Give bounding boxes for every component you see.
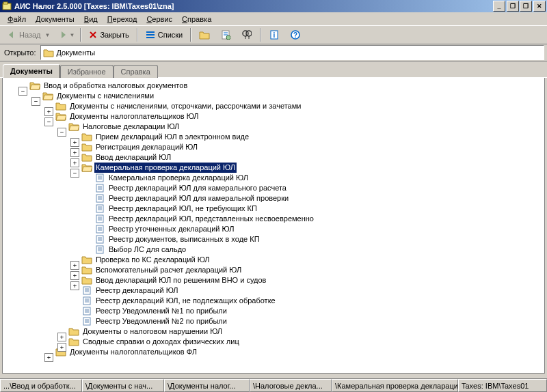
expander-icon[interactable]: + [70,281,79,290]
tree-item[interactable]: +Проверка по КС деклараций ЮЛ [4,255,543,265]
svg-rect-6 [146,37,155,38]
folder-icon [68,337,79,347]
tree-item[interactable]: −Документы налогоплательщиков ЮЛ [4,111,543,122]
expander-icon[interactable]: + [70,138,79,147]
open-folder-icon [29,81,40,91]
expander-icon[interactable]: + [70,148,79,157]
tab-help[interactable]: Справка [114,65,158,78]
lists-button[interactable]: Списки [141,27,188,43]
tree-item[interactable]: Реестр деклараций ЮЛ, представленных нес… [4,214,543,224]
forward-button[interactable]: ▼ [55,27,77,43]
tree-item[interactable]: Реестр Уведомлений №2 по прибыли [4,316,543,326]
menu-service[interactable]: Сервис [142,14,177,25]
tree-item[interactable]: Реестр Уведомлений №1 по прибыли [4,306,543,316]
tree-item[interactable]: +Ввод деклараций ЮЛ [4,152,543,163]
tree-item-label: Реестр деклараций ЮЛ для камеральной про… [107,193,290,204]
tree-item[interactable]: Реестр деклараций ЮЛ, не требующих КП [4,204,543,214]
tree-item[interactable]: Выбор ЛС для сальдо [4,244,543,255]
back-button[interactable]: Назад ▼ [2,27,55,43]
expander-icon[interactable]: − [18,87,27,96]
tree-item-label: Реестр Уведомлений №2 по прибыли [94,316,228,326]
expander-icon[interactable]: + [44,353,53,362]
tree-item[interactable]: +Документы с начислениями, отсрочками, р… [4,101,543,111]
restore-button[interactable]: ❐ [520,1,532,12]
expander-icon[interactable]: − [70,169,79,178]
tree-item[interactable]: Реестр деклараций ЮЛ, не подлежащих обра… [4,296,543,306]
tab-favorites[interactable]: Избранное [60,65,114,78]
open-folder-button[interactable] [194,27,215,43]
tree-item[interactable]: +Вспомогательный расчет деклараций ЮЛ [4,265,543,275]
tree-item[interactable]: Камеральная проверка деклараций ЮЛ [4,173,543,183]
status-cell-4[interactable]: \Налоговые декла... [250,379,332,392]
tree-item-label: Реестр деклараций ЮЛ для камерального ра… [107,183,288,193]
menu-go[interactable]: Переход [103,14,142,25]
address-field[interactable]: Документы [40,45,544,60]
status-cell-5[interactable]: \Камеральная проверка деклараций... [332,379,458,392]
tree-item-label: Сводные справки о доходах физических лиц [81,337,241,347]
document-icon [94,214,105,224]
menu-documents[interactable]: Документы [31,14,79,25]
tree-item-label: Прием деклараций ЮЛ в электронном виде [94,132,250,142]
tree-item[interactable]: Реестр деклараций ЮЛ [4,285,543,296]
tree-item[interactable]: −Документы с начислениями [4,91,543,101]
status-cell-3[interactable]: \Документы налог... [164,379,250,392]
menu-view[interactable]: Вид [79,14,103,25]
expander-icon[interactable]: + [44,107,53,116]
folder-icon [43,48,54,57]
tree-item-label: Выбор ЛС для сальдо [107,244,187,255]
svg-rect-5 [146,34,155,36]
tree-item[interactable]: Реестр деклараций ЮЛ для камерального ра… [4,183,543,193]
folder-icon [81,132,92,142]
title-bar: АИС Налог 2.5.000 [Taxes: IBM\Taxes01\zn… [0,0,547,12]
document-icon [94,173,105,183]
tree-item-label: Регистрация деклараций ЮЛ [94,142,199,152]
expander-icon[interactable]: − [31,97,40,106]
svg-text:?: ? [293,31,297,39]
tree-item[interactable]: +Ввод деклараций ЮЛ по решениям ВНО и су… [4,275,543,285]
open-folder-icon [81,163,92,173]
tree-item[interactable]: −Налоговые декларации ЮЛ [4,122,543,132]
tree-item-label: Документы налогоплательщиков ФЛ [68,347,198,357]
close-button[interactable]: ✕ [533,1,546,12]
tree-item-label: Документы о налоговом нарушении ЮЛ [81,326,224,337]
status-cell-1[interactable]: ...\Ввод и обработк... [0,379,82,392]
open-folder-icon [68,122,79,132]
tab-documents[interactable]: Документы [3,64,60,78]
tree-item[interactable]: +Регистрация деклараций ЮЛ [4,142,543,152]
close-doc-button[interactable]: Закрыть [84,27,133,43]
status-cell-2[interactable]: \Документы с нач... [82,379,164,392]
tree-item[interactable]: Реестр уточненных деклараций ЮЛ [4,224,543,234]
open-folder-icon [55,112,66,122]
tree-item[interactable]: +Прием деклараций ЮЛ в электронном виде [4,132,543,142]
window-title: АИС Налог 2.5.000 [Taxes: IBM\Taxes01\zn… [14,2,492,10]
address-label: Открыто: [3,48,38,57]
svg-text:i: i [274,31,276,39]
expander-icon[interactable]: + [70,261,79,270]
tree-pane[interactable]: −Ввод и обработка налоговых документов−Д… [2,78,545,374]
menu-help[interactable]: Справка [177,14,216,25]
expander-icon[interactable]: − [44,117,53,126]
kameralnaya-proverka[interactable]: −Камеральная проверка деклараций ЮЛ [4,163,543,173]
menu-file[interactable]: Файл [3,14,31,25]
tree-item[interactable]: +Документы о налоговом нарушении ЮЛ [4,326,543,337]
expander-icon[interactable]: + [57,333,66,341]
maximize-button[interactable]: ❐ [507,1,519,12]
tree-item[interactable]: Реестр документов, выписанных в ходе КП [4,234,543,244]
expander-icon[interactable]: + [70,158,79,167]
info-button[interactable]: i [264,27,284,43]
properties-button[interactable] [215,27,236,43]
tree-item-label: Документы с начислениями, отсрочками, ра… [68,101,302,111]
find-button[interactable] [237,27,257,43]
tree-item[interactable]: +Сводные справки о доходах физических ли… [4,337,543,347]
tree-item-label: Камеральная проверка деклараций ЮЛ [94,163,237,173]
tree-item[interactable]: +Документы налогоплательщиков ФЛ [4,347,543,357]
tree-item-label: Реестр документов, выписанных в ходе КП [107,234,261,244]
help-button[interactable]: ? [285,27,306,43]
expander-icon[interactable]: + [70,271,79,280]
expander-icon[interactable]: − [57,128,66,137]
expander-icon[interactable]: + [57,343,66,352]
tree-item[interactable]: Реестр деклараций ЮЛ для камеральной про… [4,193,543,204]
folder-icon [81,266,92,275]
minimize-button[interactable]: _ [493,1,505,12]
tree-item[interactable]: −Ввод и обработка налоговых документов [4,81,543,91]
